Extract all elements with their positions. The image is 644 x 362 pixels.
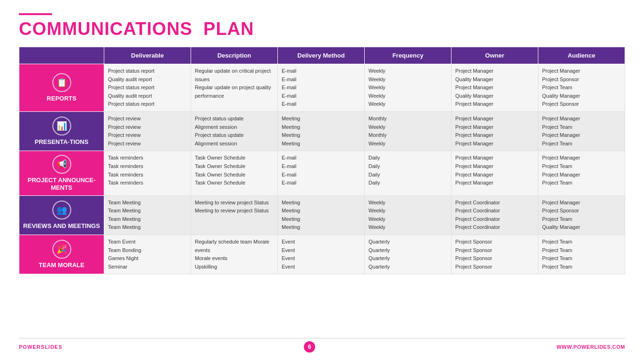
cell-audience: Project ManagerProject SponsorProject Te…	[538, 195, 625, 235]
category-label: Presenta-tions	[35, 138, 89, 146]
page-container: COMMUNICATIONS PLAN Deliverable Descript…	[0, 0, 644, 362]
cell-deliverable: Team MeetingTeam MeetingTeam MeetingTeam…	[104, 195, 191, 235]
table-row: 📊Presenta-tionsProject reviewProject rev…	[19, 111, 625, 151]
cell-frequency: DailyDailyDailyDaily	[365, 151, 452, 195]
category-icon: 🎉	[52, 240, 71, 259]
category-cell: 🎉Team Morale	[19, 235, 104, 274]
cell-frequency: WeeklyWeeklyWeeklyWeekly	[365, 195, 452, 235]
cell-description: Task Owner ScheduleTask Owner ScheduleTa…	[191, 151, 278, 195]
cell-delivery_method: MeetingMeetingMeetingMeeting	[278, 195, 365, 235]
table-row: 👥Reviews and MeetingsTeam MeetingTeam Me…	[19, 195, 625, 235]
cell-description: Meeting to review project StatusMeeting …	[191, 195, 278, 235]
table-row: 📢Project Announce-mentsTask remindersTas…	[19, 151, 625, 195]
cell-owner: Project ManagerProject ManagerProject Ma…	[452, 151, 538, 195]
category-label: Reports	[47, 95, 76, 102]
cell-description: Regularly schedule team Morale eventsMor…	[191, 235, 278, 274]
cell-audience: Project ManagerProject SponsorProject Te…	[538, 64, 625, 112]
header-accent-line	[19, 13, 52, 15]
category-icon: 👥	[52, 201, 71, 219]
col-owner: Owner	[452, 47, 538, 64]
footer-website: WWW.POWERLIDES.COM	[557, 344, 625, 350]
communications-table: Deliverable Description Delivery Method …	[19, 47, 625, 274]
cell-owner: Project CoordinatorProject CoordinatorPr…	[452, 195, 538, 235]
category-cell: 📊Presenta-tions	[19, 111, 104, 151]
table-row: 📋ReportsProject status reportQuality aud…	[19, 64, 625, 112]
category-icon: 📢	[52, 155, 71, 174]
category-cell: 📋Reports	[19, 64, 104, 112]
table-header-row: Deliverable Description Delivery Method …	[19, 47, 625, 64]
category-icon: 📊	[52, 117, 71, 135]
cell-frequency: WeeklyWeeklyWeeklyWeeklyWeekly	[365, 64, 452, 112]
cell-delivery_method: E-mailE-mailE-mailE-mail	[278, 151, 365, 195]
table-wrapper: Deliverable Description Delivery Method …	[19, 47, 625, 333]
cell-audience: Project ManagerProject TeamProject Manag…	[538, 151, 625, 195]
category-icon: 📋	[52, 73, 71, 92]
cell-deliverable: Team EventTeam BondingGames NightSeminar	[104, 235, 191, 274]
col-deliverable: Deliverable	[104, 47, 191, 64]
category-label: Reviews and Meetings	[23, 222, 100, 230]
category-cell: 📢Project Announce-ments	[19, 151, 104, 195]
footer-brand: POWERSLIDES	[19, 344, 62, 350]
cell-audience: Project TeamProject TeamProject TeamProj…	[538, 235, 625, 274]
footer: POWERSLIDES 6 WWW.POWERLIDES.COM	[19, 338, 625, 353]
page-title: COMMUNICATIONS PLAN	[19, 19, 625, 39]
cell-owner: Project ManagerQuality ManagerProject Ma…	[452, 64, 538, 112]
category-cell: 👥Reviews and Meetings	[19, 195, 104, 235]
col-category	[19, 47, 104, 64]
col-delivery-method: Delivery Method	[278, 47, 365, 64]
cell-description: Regular update on critical project issue…	[191, 64, 278, 112]
cell-delivery_method: EventEventEventEvent	[278, 235, 365, 274]
col-frequency: Frequency	[365, 47, 452, 64]
cell-owner: Project SponsorProject SponsorProject Sp…	[452, 235, 538, 274]
cell-deliverable: Project reviewProject reviewProject revi…	[104, 111, 191, 151]
category-label: Team Morale	[39, 261, 84, 269]
cell-frequency: QuarterlyQuarterlyQuarterlyQuarterly	[365, 235, 452, 274]
category-label: Project Announce-ments	[22, 177, 101, 191]
cell-frequency: MonthlyWeeklyMonthlyWeekly	[365, 111, 452, 151]
col-audience: Audience	[538, 47, 625, 64]
cell-description: Project status updateAlignment sessionPr…	[191, 111, 278, 151]
cell-delivery_method: E-mailE-mailE-mailE-mailE-mail	[278, 64, 365, 112]
cell-audience: Project ManagerProject TeamProject Manag…	[538, 111, 625, 151]
table-row: 🎉Team MoraleTeam EventTeam BondingGames …	[19, 235, 625, 274]
cell-deliverable: Task remindersTask remindersTask reminde…	[104, 151, 191, 195]
col-description: Description	[191, 47, 278, 64]
cell-owner: Project ManagerProject ManagerProject Ma…	[452, 111, 538, 151]
cell-delivery_method: MeetingMeetingMeetingMeeting	[278, 111, 365, 151]
page-number: 6	[304, 341, 315, 353]
cell-deliverable: Project status reportQuality audit repor…	[104, 64, 191, 112]
